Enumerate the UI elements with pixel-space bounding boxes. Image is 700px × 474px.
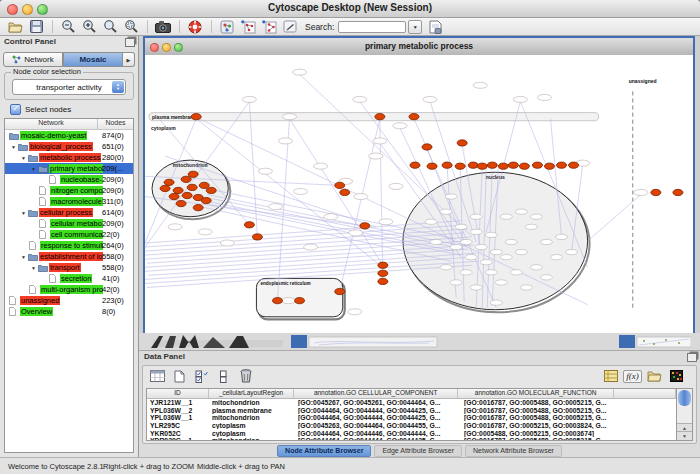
tree-row[interactable]: unassigned223(0) (5, 295, 133, 306)
transporter-gene-node[interactable] (427, 163, 437, 169)
table-column-header[interactable]: annotation.GO MOLECULAR_FUNCTION (458, 389, 614, 398)
vizmapper-icon[interactable] (219, 19, 235, 34)
table-row[interactable]: YPL036W__2plasma membrane[GO:0044464, GO… (147, 407, 676, 415)
transporter-gene-node[interactable] (375, 114, 385, 120)
scroll-down-icon[interactable]: ▼ (677, 431, 692, 440)
transporter-gene-node[interactable] (176, 200, 186, 206)
gene-node[interactable] (168, 224, 182, 230)
transporter-gene-node[interactable] (455, 163, 465, 169)
transporter-gene-node[interactable] (442, 162, 452, 168)
tab-network[interactable]: Network (3, 52, 63, 67)
gene-node[interactable] (550, 255, 562, 260)
gene-node[interactable] (505, 239, 517, 244)
delete-attribute-icon[interactable] (237, 369, 254, 384)
transporter-gene-node[interactable] (487, 162, 497, 168)
gene-node[interactable] (369, 153, 383, 159)
gene-node[interactable] (324, 214, 338, 220)
show-all-icon[interactable] (261, 19, 277, 34)
gene-node[interactable] (425, 219, 437, 224)
table-row[interactable]: YPL036W__1mitochondrion[GO:0044464, GO:0… (147, 414, 676, 422)
gene-node[interactable] (473, 82, 487, 88)
camera-snapshot-icon[interactable] (155, 19, 171, 34)
transporter-gene-node[interactable] (519, 163, 529, 169)
attribute-matrix-icon[interactable] (668, 369, 685, 384)
tree-row[interactable]: mosaic-demo-yeast874(0) (5, 130, 133, 141)
help-lifesaver-icon[interactable] (187, 19, 203, 34)
gene-node[interactable] (294, 188, 308, 194)
network-canvas[interactable]: plasma membranemitochondrionnucleusendop… (145, 55, 693, 335)
gene-node[interactable] (460, 270, 472, 275)
tree-row[interactable]: Overview8(0) (5, 306, 133, 317)
search-input[interactable] (338, 21, 406, 33)
gene-node[interactable] (485, 232, 497, 237)
transporter-gene-node[interactable] (191, 114, 201, 120)
transporter-gene-node[interactable] (557, 162, 567, 168)
gene-node[interactable] (495, 280, 507, 285)
gene-node[interactable] (460, 239, 472, 244)
tree-row[interactable]: response to stimulu264(0) (5, 240, 133, 251)
tree-row[interactable]: cell communicat22(0) (5, 229, 133, 240)
transporter-gene-node[interactable] (498, 163, 508, 169)
transporter-gene-node[interactable] (244, 222, 254, 228)
tab-overflow-icon[interactable]: ▶ (123, 52, 135, 67)
gene-node[interactable] (540, 239, 552, 244)
expander-arrow-icon[interactable]: ▼ (19, 155, 28, 161)
tree-row[interactable]: ▼transport558(0) (5, 262, 133, 273)
gene-node[interactable] (515, 249, 527, 254)
expander-arrow-icon[interactable]: ▼ (29, 265, 38, 271)
tree-row[interactable]: ▼cellular process614(0) (5, 207, 133, 218)
gene-node[interactable] (423, 96, 437, 102)
gene-node[interactable] (379, 219, 393, 225)
table-row[interactable]: YDR039C__1mitochondrion[GO:0044464, GO:0… (147, 437, 676, 441)
tree-row[interactable]: multi-organism pro42(0) (5, 284, 133, 295)
transporter-gene-node[interactable] (173, 187, 183, 193)
zoom-fit-icon[interactable] (102, 19, 118, 34)
tree-row[interactable]: secretion41(0) (5, 273, 133, 284)
gene-node[interactable] (470, 285, 482, 290)
annotation-icon[interactable] (282, 19, 298, 34)
gene-node[interactable] (530, 214, 542, 219)
select-nodes-checkbox[interactable]: ✓ (10, 104, 21, 115)
gene-node[interactable] (475, 244, 487, 249)
table-column-header[interactable] (614, 389, 676, 398)
gene-node[interactable] (353, 96, 367, 102)
gene-node[interactable] (490, 249, 502, 254)
gene-node[interactable] (258, 168, 272, 174)
transporter-gene-node[interactable] (378, 270, 388, 276)
gene-node[interactable] (540, 275, 552, 280)
transporter-gene-node[interactable] (164, 179, 174, 185)
gene-node[interactable] (490, 300, 502, 305)
gene-node[interactable] (349, 230, 363, 236)
gene-node[interactable] (450, 244, 462, 249)
tree-row[interactable]: ▼establishment of lo558(0) (5, 251, 133, 262)
gene-node[interactable] (500, 255, 512, 260)
tree-column-network[interactable]: Network (5, 119, 98, 129)
transporter-gene-node[interactable] (335, 288, 345, 294)
expander-arrow-icon[interactable]: ▼ (19, 254, 28, 260)
transporter-gene-node[interactable] (335, 182, 345, 188)
gene-node[interactable] (566, 249, 578, 254)
save-session-icon[interactable] (28, 19, 44, 34)
gene-node[interactable] (198, 229, 212, 235)
gene-node[interactable] (314, 163, 328, 169)
gene-node[interactable] (389, 183, 403, 189)
expander-arrow-icon[interactable]: ▼ (19, 210, 28, 216)
transporter-gene-node[interactable] (468, 162, 478, 168)
import-attributes-icon[interactable] (427, 19, 443, 34)
gene-node[interactable] (354, 193, 368, 199)
tab-network-attribute-browser[interactable]: Network Attribute Browser (465, 445, 562, 457)
tree-row[interactable]: ▼metabolic process280(0) (5, 152, 133, 163)
gene-node[interactable] (530, 265, 542, 270)
transporter-gene-node[interactable] (188, 171, 198, 177)
transporter-gene-node[interactable] (378, 262, 388, 268)
gene-node[interactable] (373, 138, 387, 144)
table-column-header[interactable]: _cellularLayoutRegion (209, 389, 294, 398)
transporter-gene-node[interactable] (295, 297, 305, 303)
tree-row[interactable]: cellular metabo209(0) (5, 218, 133, 229)
gene-node[interactable] (440, 209, 452, 214)
zoom-out-icon[interactable] (60, 19, 76, 34)
gene-node[interactable] (220, 240, 234, 246)
table-row[interactable]: YKR052Ccytoplasm[GO:0044464, GO:0044446,… (147, 429, 676, 437)
transporter-gene-node[interactable] (181, 176, 191, 182)
transporter-gene-node[interactable] (409, 114, 419, 120)
